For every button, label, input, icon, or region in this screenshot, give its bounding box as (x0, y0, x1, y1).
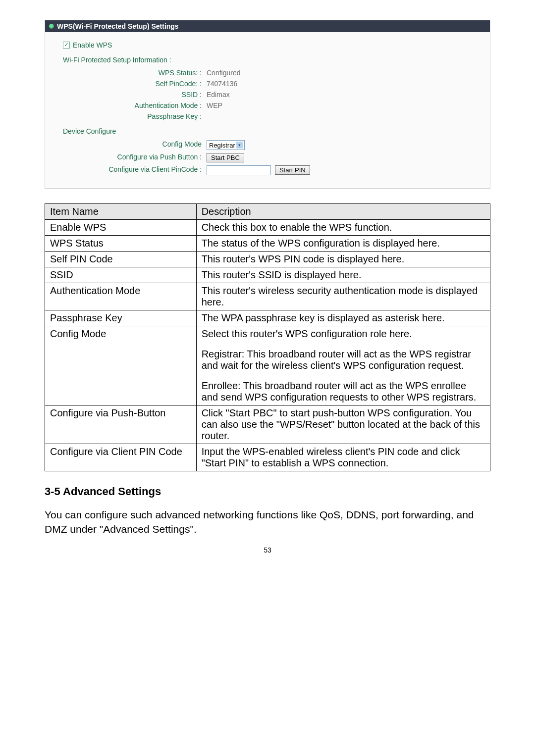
desc-paragraph: Select this router's WPS configuration r… (202, 328, 485, 340)
desc-paragraph: This router's wireless security authenti… (202, 285, 485, 308)
value-self-pin: 74074136 (207, 80, 237, 88)
body-paragraph: You can configure such advanced networki… (45, 508, 490, 536)
enable-wps-row: Enable WPS (63, 41, 472, 49)
cell-item-name: Self PIN Code (45, 252, 197, 267)
row-config-mode: Config Mode Registrar ▾ (63, 140, 472, 150)
enable-wps-label: Enable WPS (73, 41, 112, 49)
label-config-mode: Config Mode (63, 140, 207, 150)
value-wps-status: Configured (207, 69, 241, 77)
cell-item-name: WPS Status (45, 236, 197, 252)
cell-description: Input the WPS-enabled wireless client's … (196, 444, 490, 471)
row-client-pin: Configure via Client PinCode : Start PIN (63, 165, 472, 175)
table-row: SSIDThis router's SSID is displayed here… (45, 267, 490, 283)
table-row: WPS StatusThe status of the WPS configur… (45, 236, 490, 252)
wps-panel: WPS(Wi-Fi Protected Setup) Settings Enab… (45, 20, 490, 189)
desc-paragraph: Registrar: This broadband router will ac… (202, 349, 485, 371)
table-header-row: Item Name Description (45, 204, 490, 220)
config-mode-value: Registrar (209, 142, 235, 149)
header-item-name: Item Name (45, 204, 197, 220)
label-wps-status: WPS Status: : (63, 69, 207, 77)
label-passphrase: Passphrase Key : (63, 112, 207, 120)
start-pin-button[interactable]: Start PIN (275, 165, 310, 175)
label-push-button: Configure via Push Button : (63, 153, 207, 162)
cell-item-name: Configure via Client PIN Code (45, 444, 197, 471)
row-push-button: Configure via Push Button : Start PBC (63, 153, 472, 162)
cell-item-name: Configure via Push-Button (45, 405, 197, 444)
desc-paragraph: The WPA passphrase key is displayed as a… (202, 312, 485, 324)
table-row: Config ModeSelect this router's WPS conf… (45, 326, 490, 405)
table-row: Configure via Client PIN CodeInput the W… (45, 444, 490, 471)
cell-description: Select this router's WPS configuration r… (196, 326, 490, 405)
table-row: Enable WPSCheck this box to enable the W… (45, 220, 490, 236)
desc-paragraph: This router's SSID is displayed here. (202, 269, 485, 281)
header-description: Description (196, 204, 490, 220)
cell-item-name: Config Mode (45, 326, 197, 405)
row-passphrase: Passphrase Key : (63, 112, 472, 120)
bullet-icon (49, 24, 54, 29)
table-row: Authentication ModeThis router's wireles… (45, 283, 490, 310)
device-configure-heading: Device Configure (63, 127, 472, 135)
label-client-pin: Configure via Client PinCode : (63, 165, 207, 175)
table-row: Passphrase KeyThe WPA passphrase key is … (45, 310, 490, 326)
label-ssid: SSID : (63, 91, 207, 99)
row-self-pin: Self PinCode: : 74074136 (63, 80, 472, 88)
cell-item-name: Passphrase Key (45, 310, 197, 326)
table-row: Self PIN CodeThis router's WPS PIN code … (45, 252, 490, 267)
wps-panel-header: WPS(Wi-Fi Protected Setup) Settings (45, 20, 490, 32)
page-number: 53 (45, 546, 490, 554)
value-ssid: Edimax (207, 91, 230, 99)
start-pbc-button[interactable]: Start PBC (207, 153, 244, 162)
cell-item-name: SSID (45, 267, 197, 283)
desc-paragraph: The status of the WPS configuration is d… (202, 238, 485, 249)
section-heading: 3-5 Advanced Settings (45, 485, 490, 498)
row-wps-status: WPS Status: : Configured (63, 69, 472, 77)
desc-paragraph: Check this box to enable the WPS functio… (202, 222, 485, 233)
desc-paragraph: Click "Start PBC" to start push-button W… (202, 407, 485, 442)
wps-info-heading: Wi-Fi Protected Setup Information : (63, 56, 472, 64)
cell-description: The WPA passphrase key is displayed as a… (196, 310, 490, 326)
label-self-pin: Self PinCode: : (63, 80, 207, 88)
desc-paragraph: This router's WPS PIN code is displayed … (202, 253, 485, 265)
push-button-cell: Start PBC (207, 153, 244, 162)
cell-description: This router's WPS PIN code is displayed … (196, 252, 490, 267)
config-mode-select[interactable]: Registrar ▾ (207, 140, 245, 150)
wps-panel-body: Enable WPS Wi-Fi Protected Setup Informa… (45, 32, 490, 188)
cell-item-name: Authentication Mode (45, 283, 197, 310)
cell-description: Check this box to enable the WPS functio… (196, 220, 490, 236)
desc-paragraph: Enrollee: This broadband router will act… (202, 380, 485, 403)
description-table: Item Name Description Enable WPSCheck th… (45, 203, 490, 471)
table-row: Configure via Push-ButtonClick "Start PB… (45, 405, 490, 444)
panel-title: WPS(Wi-Fi Protected Setup) Settings (57, 22, 179, 30)
enable-wps-checkbox[interactable] (63, 42, 70, 49)
client-pin-cell: Start PIN (207, 165, 310, 175)
config-mode-select-wrap: Registrar ▾ (207, 140, 245, 150)
cell-description: The status of the WPS configuration is d… (196, 236, 490, 252)
cell-description: Click "Start PBC" to start push-button W… (196, 405, 490, 444)
cell-description: This router's SSID is displayed here. (196, 267, 490, 283)
row-ssid: SSID : Edimax (63, 91, 472, 99)
client-pin-input[interactable] (207, 165, 271, 175)
cell-description: This router's wireless security authenti… (196, 283, 490, 310)
row-auth-mode: Authentication Mode : WEP (63, 101, 472, 109)
value-auth-mode: WEP (207, 101, 222, 109)
chevron-down-icon: ▾ (236, 142, 243, 149)
desc-paragraph: Input the WPS-enabled wireless client's … (202, 446, 485, 469)
cell-item-name: Enable WPS (45, 220, 197, 236)
label-auth-mode: Authentication Mode : (63, 101, 207, 109)
